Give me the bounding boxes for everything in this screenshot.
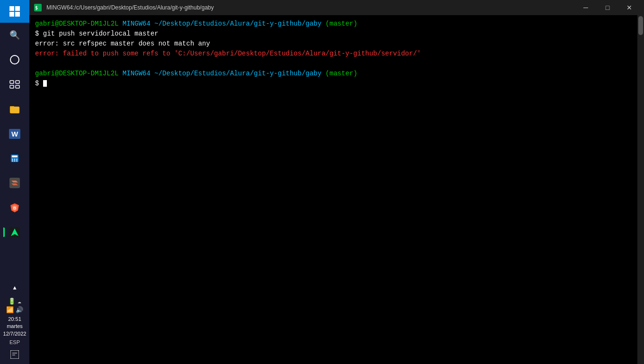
terminal-space-4: [118, 69, 122, 79]
terminal-user-1: gabri@DESKTOP-DM1JL2L: [35, 19, 118, 29]
wifi-icon: 📶: [6, 306, 14, 314]
terminal-body[interactable]: gabri@DESKTOP-DM1JL2L MINGW64 ~/Desktop/…: [29, 15, 644, 364]
terminal-error-white: error: src refspec master does not match…: [35, 40, 210, 47]
svg-rect-7: [10, 85, 14, 88]
taskbar-search[interactable]: 🔍: [3, 24, 26, 46]
svg-rect-8: [16, 85, 19, 88]
search-icon: 🔍: [9, 30, 20, 40]
svg-rect-0: [9, 6, 14, 11]
notification-icon: [10, 350, 19, 359]
task-view-icon: [9, 80, 20, 89]
terminal-cursor: [43, 80, 47, 87]
terminal-app-icon: $: [33, 3, 43, 12]
svg-point-18: [14, 160, 15, 161]
terminal-branch-2: (master): [325, 69, 357, 79]
svg-rect-6: [16, 81, 19, 83]
scrollbar-thumb[interactable]: [638, 16, 643, 35]
terminal-path-1: ~/Desktop/Estudios/Alura/git-y-github/ga…: [154, 19, 322, 29]
taskbar: 🔍 W: [0, 0, 29, 364]
clock-day: martes: [3, 323, 27, 330]
minimize-button[interactable]: ─: [575, 0, 597, 15]
terminal-cmd-1: $ git push servidorlocal master: [35, 30, 158, 37]
taskbar-brave[interactable]: B: [3, 196, 26, 219]
file-explorer-icon: [9, 104, 20, 114]
terminal-title-text: MINGW64:/c/Users/gabri/Desktop/Estudios/…: [46, 4, 575, 11]
terminal-line-6: $: [35, 79, 638, 89]
word-icon: W: [9, 129, 20, 139]
svg-rect-3: [15, 12, 20, 17]
cloud-icon: ☁: [18, 298, 21, 305]
terminal-line-3: error: src refspec master does not match…: [35, 39, 638, 49]
taskbar-sublime[interactable]: [3, 172, 26, 194]
tray-icons-row1: 🔋 ☁: [8, 298, 21, 305]
maximize-button[interactable]: □: [597, 0, 618, 15]
terminal-error-red: error: failed to push some refs to 'C:/U…: [35, 50, 421, 57]
windows-logo-icon: [9, 6, 20, 17]
terminal-space-6: [322, 69, 325, 79]
terminal-space-2: [151, 19, 154, 29]
terminal-space-3: [322, 19, 325, 29]
terminal-blank-line: [35, 59, 638, 69]
cortana-icon: [9, 55, 20, 65]
svg-point-17: [12, 160, 13, 161]
terminal-user-2: gabri@DESKTOP-DM1JL2L: [35, 69, 118, 79]
terminal-titlebar: $ MINGW64:/c/Users/gabri/Desktop/Estudio…: [29, 0, 644, 15]
terminal-dollar: $: [35, 80, 43, 87]
tray-expand-button[interactable]: ▲: [3, 281, 26, 296]
svg-text:B: B: [13, 206, 17, 210]
terminal-mingw-1: MINGW64: [123, 19, 151, 29]
taskbar-pinpoint[interactable]: [3, 221, 26, 244]
svg-point-4: [10, 55, 19, 64]
svg-text:$: $: [35, 5, 38, 10]
battery-icon: 🔋: [8, 298, 16, 305]
clock-area[interactable]: 20:51 martes 12/7/2022: [3, 315, 27, 338]
taskbar-taskview[interactable]: [3, 73, 26, 96]
svg-rect-26: [10, 350, 19, 359]
terminal-line-2: $ git push servidorlocal master: [35, 29, 638, 39]
taskbar-calculator[interactable]: [3, 147, 26, 170]
terminal-window: $ MINGW64:/c/Users/gabri/Desktop/Estudio…: [29, 0, 644, 364]
close-button[interactable]: ✕: [618, 0, 640, 15]
terminal-space-5: [151, 69, 154, 79]
expand-icon: ▲: [13, 285, 16, 291]
terminal-line-1: gabri@DESKTOP-DM1JL2L MINGW64 ~/Desktop/…: [35, 19, 638, 29]
terminal-line-4: error: failed to push some refs to 'C:/U…: [35, 49, 638, 59]
svg-rect-5: [10, 81, 14, 83]
notification-button[interactable]: [3, 347, 26, 362]
clock-date: 12/7/2022: [3, 330, 27, 337]
taskbar-cortana[interactable]: [3, 48, 26, 71]
terminal-line-5: gabri@DESKTOP-DM1JL2L MINGW64 ~/Desktop/…: [35, 69, 638, 79]
svg-rect-1: [15, 6, 20, 11]
terminal-branch-1: (master): [325, 19, 357, 29]
svg-point-14: [12, 159, 13, 160]
terminal-mingw-2: MINGW64: [123, 69, 151, 79]
svg-rect-13: [12, 155, 18, 157]
taskbar-file-explorer[interactable]: [3, 98, 26, 120]
calculator-icon: [10, 154, 19, 163]
svg-point-19: [16, 160, 17, 161]
volume-icon: 🔊: [16, 306, 23, 314]
brave-icon: B: [9, 202, 20, 213]
taskbar-icons: 🔍 W: [0, 23, 29, 281]
svg-rect-2: [9, 12, 14, 17]
svg-point-15: [14, 159, 15, 160]
scrollbar-track[interactable]: [637, 15, 644, 364]
window-controls: ─ □ ✕: [575, 0, 640, 15]
clock-time: 20:51: [3, 316, 27, 323]
system-tray: 🔋 ☁ 📶 🔊 20:51 martes 12/7/2022 ESP: [3, 296, 27, 347]
pinpoint-icon: [9, 227, 20, 237]
svg-rect-20: [9, 178, 20, 188]
terminal-path-2: ~/Desktop/Estudios/Alura/git-y-github/ga…: [154, 69, 322, 79]
language-indicator: ESP: [9, 339, 20, 345]
tray-icons-row2: 📶 🔊: [6, 306, 23, 314]
start-button[interactable]: [0, 0, 29, 23]
svg-rect-10: [10, 106, 14, 108]
terminal-space-1: [118, 19, 122, 29]
taskbar-bottom: ▲ 🔋 ☁ 📶 🔊 20:51 martes 12/7/2022 ESP: [0, 281, 29, 364]
taskbar-word[interactable]: W: [3, 122, 26, 145]
svg-point-16: [16, 159, 17, 160]
sublime-icon: [9, 178, 20, 188]
